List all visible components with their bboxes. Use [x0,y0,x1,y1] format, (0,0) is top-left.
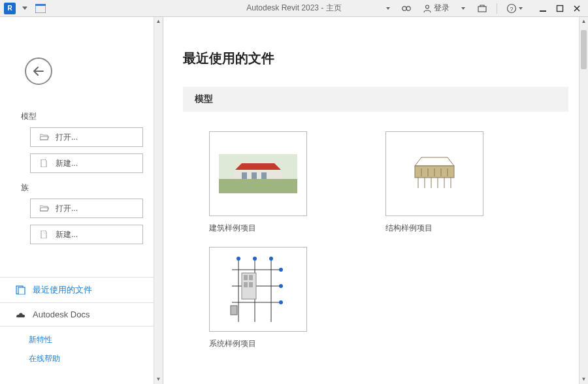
open-family-button[interactable]: 打开... [30,199,143,218]
svg-rect-45 [244,275,248,280]
link-whats-new[interactable]: 新特性 [0,330,163,349]
search-dropdown[interactable] [384,6,393,11]
nav-autodesk-docs[interactable]: Autodesk Docs [0,303,163,327]
link-online-help[interactable]: 在线帮助 [0,349,163,368]
nav-recent-files[interactable]: 最近使用的文件 [0,277,163,303]
svg-marker-14 [232,170,284,179]
recent-files-icon [16,285,26,295]
search-icon[interactable] [399,3,414,14]
titlebar-left: R [0,2,47,15]
svg-rect-46 [249,275,253,280]
cloud-icon [16,310,26,319]
svg-point-41 [279,268,283,272]
open-model-label: 打开... [56,132,78,143]
user-icon [423,4,432,13]
minimize-button[interactable] [536,2,550,15]
svg-point-39 [253,257,257,261]
svg-rect-8 [540,10,546,12]
svg-rect-13 [219,179,297,193]
card-label: 建筑样例项目 [209,223,307,234]
thumbnail-systems [209,247,307,332]
svg-rect-9 [557,5,563,11]
close-button[interactable] [570,2,584,15]
cards-row-2: 系统样例项目 [209,247,568,349]
svg-point-43 [279,300,283,304]
main-scrollbar[interactable]: ▲ ▼ [579,17,588,384]
nav-recent-label: 最近使用的文件 [33,284,92,296]
login-dropdown-icon[interactable] [459,6,468,11]
main-area: 最近使用的文件 模型 建筑样例项目 [163,17,588,384]
folder-open-icon [40,134,49,140]
svg-rect-49 [231,306,237,315]
scroll-up-icon[interactable]: ▲ [154,17,163,26]
home-tab-icon[interactable] [34,2,47,15]
svg-rect-47 [244,282,248,287]
content: 模型 打开... 新建... 族 打开... 新建... 最近使用的文件 Aut… [0,17,588,384]
scroll-down-icon[interactable]: ▼ [154,375,163,384]
project-card[interactable]: 系统样例项目 [209,247,307,349]
document-icon [40,231,49,238]
svg-rect-5 [478,7,486,12]
new-family-button[interactable]: 新建... [30,225,143,244]
svg-rect-18 [261,172,267,179]
open-model-button[interactable]: 打开... [30,127,143,147]
login-label: 登录 [434,3,449,14]
svg-marker-15 [235,163,281,170]
sidebar: 模型 打开... 新建... 族 打开... 新建... 最近使用的文件 Aut… [0,17,163,384]
thumbnail-structure [385,131,483,216]
separator [497,3,497,14]
scroll-down-icon[interactable]: ▼ [580,375,588,384]
svg-rect-11 [18,287,25,295]
svg-point-42 [279,284,283,288]
dropdown-icon[interactable] [18,2,31,15]
scroll-up-icon[interactable]: ▲ [580,17,588,26]
project-card[interactable]: 建筑样例项目 [209,131,307,234]
cards-row-1: 建筑样例项目 [209,131,568,234]
app-icon-label: R [7,5,12,12]
svg-rect-1 [35,4,46,6]
page-title: 最近使用的文件 [183,50,568,67]
titlebar: R Autodesk Revit 2023 - 主页 登录 ? [0,0,588,17]
arrow-left-icon [33,67,44,76]
help-icon[interactable]: ? [504,2,525,15]
svg-rect-17 [252,172,257,179]
svg-rect-16 [242,172,247,179]
svg-point-38 [237,257,240,261]
sidebar-scrollbar[interactable]: ▲ ▼ [154,17,163,384]
svg-text:?: ? [510,5,513,12]
new-model-label: 新建... [56,158,78,169]
window-controls [536,2,584,15]
section-models-label: 模型 [21,111,163,122]
titlebar-right: 登录 ? [384,1,588,15]
svg-marker-19 [415,157,454,166]
folder-open-icon [40,205,49,212]
nav-docs-label: Autodesk Docs [33,310,90,319]
new-family-label: 新建... [56,229,78,240]
back-button[interactable] [25,57,52,85]
document-icon [40,159,49,167]
scrollbar-thumb[interactable] [581,30,587,69]
svg-point-40 [269,257,273,261]
card-label: 系统样例项目 [209,338,307,349]
section-families-label: 族 [21,182,163,193]
exchange-icon[interactable] [474,3,490,14]
category-models: 模型 [183,87,568,112]
svg-rect-48 [249,282,253,287]
new-model-button[interactable]: 新建... [30,153,143,173]
user-login[interactable]: 登录 [420,1,452,15]
maximize-button[interactable] [553,2,567,15]
open-family-label: 打开... [56,203,78,214]
svg-point-4 [426,5,429,8]
card-label: 结构样例项目 [385,223,483,234]
app-icon[interactable]: R [4,3,16,14]
thumbnail-architecture [209,131,307,216]
chevron-down-icon [519,7,523,10]
project-card[interactable]: 结构样例项目 [385,131,483,234]
